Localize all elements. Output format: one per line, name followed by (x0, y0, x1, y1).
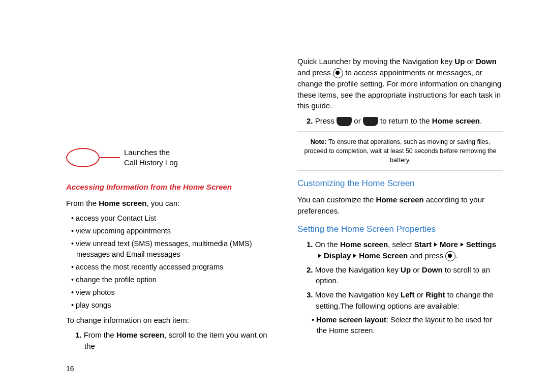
text: or (465, 57, 476, 66)
list-item: change the profile option (71, 275, 272, 285)
ok-button-icon (445, 251, 455, 261)
heading-setting-props: Setting the Home Screen Properties (297, 223, 503, 236)
bold: Start (414, 240, 432, 249)
step-number: 2. (307, 116, 313, 125)
left-column: Launches the Call History Log Accessing … (66, 56, 272, 355)
bold: Home screen (432, 116, 480, 125)
bold-option: Home screen layout (316, 316, 386, 324)
return-steps: 2. Press or to return to the Home screen… (297, 115, 503, 127)
right-column: Quick Launcher by moving the Navigation … (297, 56, 503, 355)
text: or (411, 265, 422, 274)
bold: Home screen (376, 195, 424, 204)
text: , select (388, 240, 414, 249)
text: From the (84, 330, 116, 339)
page-number: 16 (66, 365, 74, 373)
text: Move the Navigation key (315, 290, 401, 299)
step-1: 1. On the Home screen, select StartMoreS… (307, 239, 503, 261)
list-item: view upcoming appointments (71, 226, 272, 236)
text: Quick Launcher by moving the Navigation … (297, 57, 454, 66)
callout-row: Launches the Call History Log (66, 147, 272, 167)
two-column-layout: Launches the Call History Log Accessing … (66, 56, 503, 355)
list-item: play songs (71, 300, 272, 311)
text: . (455, 251, 458, 260)
options-list: Home screen layout: Select the layout to… (297, 315, 503, 336)
bold-down: Down (422, 265, 443, 274)
continuation-para: Quick Launcher by moving the Navigation … (297, 56, 503, 111)
divider (297, 170, 503, 170)
text: and press (297, 68, 333, 77)
bold: Home Screen (359, 251, 408, 260)
arrow-icon (318, 254, 321, 258)
step-number: 3. (307, 290, 313, 299)
step-2: 2. Press or to return to the Home screen… (307, 115, 503, 127)
setting-steps: 1. On the Home screen, select StartMoreS… (297, 239, 503, 312)
bold: Settings (466, 240, 496, 249)
bold-up: Up (401, 265, 411, 274)
callout-ellipse-icon (66, 148, 100, 167)
heading-customizing: Customizing the Home Screen (297, 177, 503, 190)
capability-list: access your Contact List view upcoming a… (66, 213, 272, 311)
list-item: view photos (71, 287, 272, 298)
text: and press (408, 251, 445, 260)
arrow-icon (434, 243, 437, 247)
bold: Display (324, 251, 351, 260)
callout-line-icon (100, 157, 120, 158)
subheading-accessing: Accessing Information from the Home Scre… (66, 182, 272, 193)
step-number: 1. (307, 240, 313, 249)
softkey-icon (337, 117, 352, 126)
step-1: 1. From the Home screen, scroll to the i… (75, 329, 272, 352)
text: Press (315, 116, 337, 125)
ok-button-icon (333, 68, 343, 78)
text: , you can: (146, 199, 179, 207)
text: Move the Navigation key (315, 265, 401, 274)
step-number: 2. (307, 265, 313, 274)
bold-home-screen: Home screen (99, 199, 146, 207)
bold: Home screen (116, 330, 164, 339)
text: to return to the (378, 116, 432, 125)
step-2: 2. Move the Navigation key Up or Down to… (307, 264, 503, 287)
list-item: access your Contact List (71, 213, 272, 224)
intro-para: From the Home screen, you can: (66, 198, 272, 209)
step-3: 3. Move the Navigation key Left or Right… (307, 289, 503, 312)
text: or (415, 290, 426, 299)
bold-down: Down (476, 57, 497, 66)
callout-line1: Launches the (124, 148, 170, 157)
left-steps: 1. From the Home screen, scroll to the i… (66, 329, 272, 352)
bold-up: Up (454, 57, 465, 66)
bold: More (440, 240, 458, 249)
softkey-icon (363, 117, 378, 126)
manual-page: Launches the Call History Log Accessing … (0, 0, 549, 392)
text: . (480, 116, 482, 125)
text: or (352, 116, 363, 125)
list-item: access the most recently accessed progra… (71, 262, 272, 273)
bold: Home screen (340, 240, 388, 249)
note-label: Note: (311, 138, 327, 145)
callout-text: Launches the Call History Log (124, 147, 178, 167)
list-item: Home screen layout: Select the layout to… (312, 315, 503, 336)
text: On the (315, 240, 340, 249)
text: You can customize the (297, 195, 376, 204)
step-number: 1. (75, 330, 82, 339)
arrow-icon (461, 243, 464, 247)
change-line: To change information on each item: (66, 315, 272, 326)
list-item: view unread text (SMS) messages, multime… (71, 238, 272, 260)
customizing-para: You can customize the Home screen accord… (297, 194, 503, 217)
callout-line2: Call History Log (124, 158, 178, 167)
bold-right: Right (425, 290, 445, 299)
note-box: Note: To ensure that operations, such as… (297, 137, 503, 165)
bold-left: Left (401, 290, 415, 299)
arrow-icon (353, 254, 356, 258)
note-text: To ensure that operations, such as movin… (304, 138, 497, 164)
divider (297, 132, 503, 132)
text: From the (66, 199, 99, 207)
